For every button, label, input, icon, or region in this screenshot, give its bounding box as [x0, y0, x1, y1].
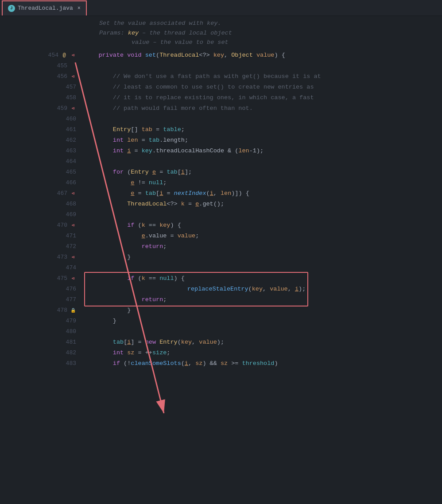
doc-comment-block: Set the value associated with key. Param…	[0, 16, 442, 50]
line-num-455: 455	[54, 62, 67, 69]
code-line-478: }	[84, 305, 442, 316]
gutter-row-458: 458	[0, 93, 80, 103]
code-line-465: for (Entry e = tab[i];	[84, 167, 442, 178]
line-gutter: 454 @ ⊲ 455 456 ⊲ 457	[0, 50, 80, 504]
gutter-row-474: 474	[0, 263, 80, 273]
line-num-474: 474	[63, 264, 76, 271]
gutter-row-480: 480	[0, 326, 80, 337]
line-num-473: 473	[54, 254, 67, 260]
code-area: 454 @ ⊲ 455 456 ⊲ 457	[0, 50, 442, 504]
line-num-477: 477	[63, 296, 76, 303]
code-line-457: // least as common to use set() to creat…	[84, 82, 442, 93]
line-num-457: 457	[63, 84, 76, 90]
gutter-row-462: 462	[0, 135, 80, 146]
code-line-467: e = tab[i = nextIndex(i, len)]) {	[84, 188, 442, 199]
code-line-456: // We don't use a fast path as with get(…	[84, 71, 442, 82]
gutter-row-454: 454 @ ⊲	[0, 50, 80, 61]
code-line-470: if (k == key) {	[84, 220, 442, 231]
code-line-473: }	[84, 252, 442, 263]
code-line-454: private void set(ThreadLocal<?> key, Obj…	[84, 50, 442, 61]
code-line-469	[84, 209, 442, 220]
gutter-row-468: 468	[0, 199, 80, 209]
gutter-row-463: 463	[0, 146, 80, 156]
line-num-475: 475	[54, 275, 67, 282]
tab-bar: J ThreadLocal.java ×	[0, 0, 442, 16]
spacer-455	[70, 63, 76, 69]
gutter-row-483: 483	[0, 358, 80, 369]
code-line-466: e != null;	[84, 178, 442, 188]
gutter-row-457: 457	[0, 82, 80, 93]
code-line-459: // path would fail more often than not.	[84, 103, 442, 114]
bookmark-icon-467: ⊲	[70, 190, 76, 197]
bookmark-icon-475: ⊲	[70, 275, 76, 282]
line-num-454: 454	[45, 52, 58, 58]
code-line-458: // it is to replace existing ones, in wh…	[84, 93, 442, 103]
line-num-463: 463	[63, 147, 76, 154]
code-wrapper: 454 @ ⊲ 455 456 ⊲ 457	[0, 50, 442, 504]
gutter-row-482: 482	[0, 348, 80, 358]
line-num-465: 465	[63, 169, 76, 175]
line-num-461: 461	[63, 126, 76, 133]
java-file-icon: J	[8, 5, 15, 12]
gutter-row-479: 479	[0, 316, 80, 326]
gutter-row-481: 481	[0, 337, 80, 348]
line-num-481: 481	[63, 339, 76, 345]
bookmark-icon-456: ⊲	[70, 74, 76, 80]
file-tab[interactable]: J ThreadLocal.java ×	[2, 0, 87, 16]
gutter-row-476: 476	[0, 284, 80, 295]
gutter-row-467: 467 ⊲	[0, 188, 80, 199]
code-line-477: return;	[84, 295, 442, 305]
gutter-row-466: 466	[0, 178, 80, 188]
code-line-463: int i = key.threadLocalHashCode & (len-1…	[84, 146, 442, 156]
line-num-460: 460	[63, 116, 76, 122]
line-num-471: 471	[63, 233, 76, 239]
gutter-row-475: 475 ⊲	[0, 273, 80, 284]
line-num-476: 476	[63, 286, 76, 292]
code-line-480	[84, 326, 442, 337]
code-line-483: if (!cleanSomeSlots(i, sz) && sz >= thre…	[84, 358, 442, 369]
gutter-row-477: 477	[0, 295, 80, 305]
doc-line-3: value – the value to be set	[99, 38, 442, 47]
line-num-478: 478	[54, 307, 67, 314]
line-num-464: 464	[63, 158, 76, 165]
line-num-482: 482	[63, 349, 76, 356]
gutter-row-472: 472	[0, 241, 80, 252]
gutter-row-455: 455	[0, 61, 80, 71]
at-icon-454: @	[61, 52, 67, 58]
line-num-466: 466	[63, 179, 76, 186]
line-num-456: 456	[54, 73, 67, 80]
code-line-482: int sz = ++size;	[84, 348, 442, 358]
code-line-479: }	[84, 316, 442, 326]
gutter-row-460: 460	[0, 114, 80, 124]
code-line-472: return;	[84, 241, 442, 252]
line-num-462: 462	[63, 137, 76, 143]
line-num-479: 479	[63, 318, 76, 324]
line-num-468: 468	[63, 201, 76, 207]
line-num-472: 472	[63, 243, 76, 250]
code-line-476: replaceStaleEntry(key, value, i);	[84, 284, 442, 295]
code-lines: private void set(ThreadLocal<?> key, Obj…	[80, 50, 442, 504]
gutter-row-471: 471	[0, 231, 80, 241]
gutter-row-461: 461	[0, 124, 80, 135]
line-num-480: 480	[63, 328, 76, 335]
tab-close-button[interactable]: ×	[78, 5, 81, 12]
gutter-row-478: 478 🔒	[0, 305, 80, 316]
gutter-row-459: 459 ⊲	[0, 103, 80, 114]
gutter-row-473: 473 ⊲	[0, 252, 80, 263]
doc-line-2: Params: key – the thread local object	[99, 28, 442, 38]
editor-container: J ThreadLocal.java × Set the value assoc…	[0, 0, 442, 504]
doc-line-1: Set the value associated with key.	[99, 19, 442, 28]
line-num-458: 458	[63, 94, 76, 101]
code-line-462: int len = tab.length;	[84, 135, 442, 146]
line-num-459: 459	[54, 105, 67, 112]
code-line-481: tab[i] = new Entry(key, value);	[84, 337, 442, 348]
line-num-483: 483	[63, 360, 76, 367]
line-num-470: 470	[54, 222, 67, 229]
gutter-row-470: 470 ⊲	[0, 220, 80, 231]
bookmark-icon-459: ⊲	[70, 105, 76, 112]
code-line-455	[84, 61, 442, 71]
code-line-471: e.value = value;	[84, 231, 442, 241]
gutter-row-465: 465	[0, 167, 80, 178]
lock-icon-478: 🔒	[70, 307, 76, 314]
gutter-row-456: 456 ⊲	[0, 71, 80, 82]
